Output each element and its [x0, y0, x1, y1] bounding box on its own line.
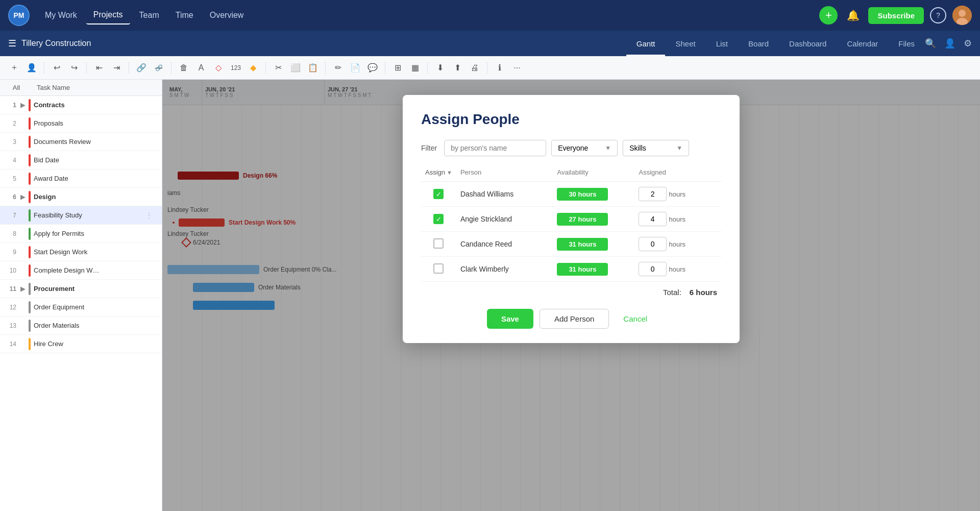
drag-handle-7[interactable]: ⋮	[145, 211, 156, 220]
task-row-design[interactable]: 6 ▶ Design	[0, 188, 162, 206]
tab-list[interactable]: List	[706, 31, 738, 56]
hours-input-clark[interactable]	[639, 262, 667, 276]
tab-dashboard[interactable]: Dashboard	[779, 31, 837, 56]
notifications-button[interactable]: 🔔	[844, 6, 862, 25]
hours-input-candance[interactable]	[639, 237, 667, 251]
tab-calendar[interactable]: Calendar	[837, 31, 888, 56]
task-row-procurement[interactable]: 11 ▶ Procurement	[0, 280, 162, 298]
help-button[interactable]: ?	[930, 7, 946, 23]
task-row-hire-crew[interactable]: 14 Hire Crew	[0, 335, 162, 353]
delete-button[interactable]: 🗑	[176, 60, 192, 76]
menu-icon[interactable]: ☰	[8, 38, 16, 49]
redo-button[interactable]: ↪	[66, 60, 82, 76]
group-filter-value: Everyone	[558, 144, 602, 152]
modal-overlay: Assign People Filter Everyone ▼ Skills ▼	[162, 80, 980, 511]
tab-gantt[interactable]: Gantt	[626, 31, 666, 56]
assigned-cell-candance: hours	[634, 232, 721, 257]
link-button[interactable]: 🔗	[133, 60, 150, 76]
team-icon[interactable]: 👤	[944, 38, 955, 49]
tab-files[interactable]: Files	[888, 31, 925, 56]
hours-input-angie[interactable]	[639, 212, 667, 226]
undo-button[interactable]: ↩	[48, 60, 65, 76]
cut-button[interactable]: ✂	[270, 60, 286, 76]
save-button[interactable]: Save	[487, 309, 533, 329]
indent-button[interactable]: ⇥	[108, 60, 125, 76]
comment-button[interactable]: 💬	[364, 60, 381, 76]
task-row-complete-design[interactable]: 10 Complete Design W…	[0, 261, 162, 280]
subscribe-button[interactable]: Subscribe	[868, 7, 924, 24]
nav-overview[interactable]: Overview	[203, 7, 251, 24]
print-button[interactable]: 🖨	[467, 60, 483, 76]
group-filter-select[interactable]: Everyone ▼	[551, 140, 618, 156]
assigned-header: Assigned	[634, 168, 721, 182]
hours-input-dashad[interactable]	[639, 187, 667, 201]
expand-icon-1[interactable]: ▶	[20, 102, 29, 109]
checkbox-angie[interactable]: ✓	[433, 214, 444, 224]
task-row-order-materials[interactable]: 13 Order Materials	[0, 317, 162, 335]
total-label: Total:	[663, 288, 681, 297]
hours-label-dashad: hours	[669, 190, 685, 198]
task-row-bid-date[interactable]: 4 Bid Date	[0, 151, 162, 169]
tab-sheet[interactable]: Sheet	[665, 31, 705, 56]
note-button[interactable]: 📄	[347, 60, 363, 76]
add-user-button[interactable]: 👤	[23, 60, 40, 76]
info-button[interactable]: ℹ	[492, 60, 508, 76]
availability-bar-angie: 27 hours	[557, 213, 608, 226]
task-row-proposals[interactable]: 2 Proposals	[0, 114, 162, 133]
settings-icon[interactable]: ⚙	[964, 38, 972, 49]
task-name-proposals: Proposals	[34, 119, 156, 127]
nav-projects[interactable]: Projects	[86, 6, 130, 25]
diamond-button[interactable]: ◆	[245, 60, 261, 76]
task-row-order-equip[interactable]: 12 Order Equipment	[0, 298, 162, 317]
task-num-1: 1	[6, 102, 20, 109]
upload-button[interactable]: ⬆	[449, 60, 465, 76]
task-row-permits[interactable]: 8 Apply for Permits	[0, 225, 162, 243]
nav-team[interactable]: Team	[132, 7, 166, 24]
search-icon[interactable]: 🔍	[925, 38, 936, 49]
table-button[interactable]: ▦	[407, 60, 423, 76]
checkbox-candance[interactable]	[433, 238, 444, 249]
outdent-button[interactable]: ⇤	[91, 60, 107, 76]
skills-filter-select[interactable]: Skills ▼	[623, 140, 689, 156]
task-row-start-design[interactable]: 9 Start Design Work	[0, 243, 162, 261]
task-row-contracts[interactable]: 1 ▶ Contracts	[0, 96, 162, 114]
add-person-button[interactable]: Add Person	[540, 309, 609, 329]
task-row-feasibility[interactable]: 7 Feasibility Study ⋮	[0, 206, 162, 225]
task-row-award-date[interactable]: 5 Award Date	[0, 169, 162, 188]
availability-cell-candance: 31 hours	[553, 232, 634, 257]
main-area: All Task Name 1 ▶ Contracts 2 Proposals …	[0, 80, 980, 511]
user-avatar[interactable]	[952, 6, 972, 25]
edit-button[interactable]: ✏	[330, 60, 346, 76]
checkbox-clark[interactable]	[433, 263, 444, 274]
person-name-filter[interactable]	[444, 140, 546, 156]
assign-header-button[interactable]: Assign ▼	[425, 168, 452, 176]
add-task-button[interactable]: ＋	[6, 60, 22, 76]
expand-icon-6[interactable]: ▶	[20, 193, 29, 201]
number-button[interactable]: 123	[228, 60, 244, 76]
add-button[interactable]: +	[819, 6, 838, 25]
download-button[interactable]: ⬇	[432, 60, 448, 76]
toolbar: ＋ 👤 ↩ ↪ ⇤ ⇥ 🔗 🔗 🗑 A ◇ 123 ◆ ✂ ⬜ 📋 ✏ 📄 💬 …	[0, 56, 980, 80]
columns-button[interactable]: ⊞	[389, 60, 406, 76]
font-button[interactable]: A	[193, 60, 209, 76]
checkbox-dashad[interactable]: ✓	[433, 189, 444, 199]
tab-board[interactable]: Board	[738, 31, 779, 56]
more-button[interactable]: ···	[509, 60, 525, 76]
expand-icon-11[interactable]: ▶	[20, 285, 29, 293]
nav-time[interactable]: Time	[168, 7, 201, 24]
task-name-procurement: Procurement	[34, 285, 156, 293]
task-num-14: 14	[6, 340, 20, 348]
skills-filter-value: Skills	[629, 144, 673, 152]
copy-button[interactable]: ⬜	[287, 60, 304, 76]
project-name: Tillery Construction	[21, 39, 626, 48]
paste-button[interactable]: 📋	[305, 60, 321, 76]
task-row-documents[interactable]: 3 Documents Review	[0, 133, 162, 151]
cancel-button[interactable]: Cancel	[615, 309, 655, 329]
task-num-5: 5	[6, 175, 20, 182]
highlight-button[interactable]: ◇	[210, 60, 227, 76]
task-num-3: 3	[6, 138, 20, 145]
availability-bar-dashad: 30 hours	[557, 188, 608, 201]
nav-my-work[interactable]: My Work	[38, 7, 84, 24]
assign-cell-clark	[421, 257, 456, 282]
unlink-button[interactable]: 🔗	[151, 60, 167, 76]
